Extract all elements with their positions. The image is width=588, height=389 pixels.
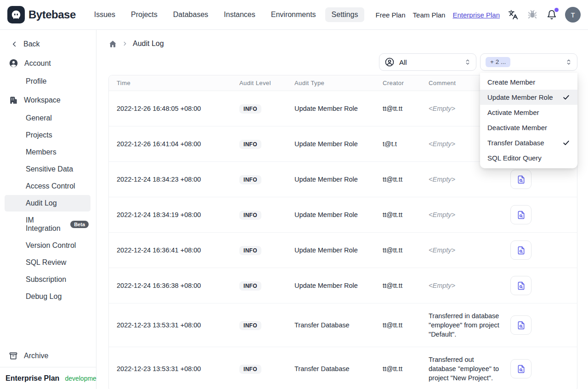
log-time: 2022-12-26 16:41:04 +08:00 xyxy=(109,126,236,162)
sidebar-item-label: IM Integration xyxy=(26,216,67,233)
bug-report-icon[interactable] xyxy=(526,9,538,21)
audit-type: Update Member Role xyxy=(291,197,379,233)
back-label: Back xyxy=(23,40,40,48)
menu-item[interactable]: Activate Member xyxy=(480,105,577,120)
creator-filter-select[interactable]: All xyxy=(379,53,476,71)
check-icon xyxy=(562,93,570,101)
log-time: 2022-12-24 16:36:38 +08:00 xyxy=(109,268,236,303)
notification-dot xyxy=(554,8,559,12)
log-time: 2022-12-26 16:48:05 +08:00 xyxy=(109,91,236,126)
log-time: 2022-12-23 13:53:31 +08:00 xyxy=(109,303,236,347)
breadcrumb: Audit Log xyxy=(108,38,577,49)
sidebar-item[interactable]: General xyxy=(5,110,90,126)
archive-label: Archive xyxy=(24,352,48,360)
column-header: Audit Type xyxy=(291,75,379,91)
sidebar-item[interactable]: Access Control xyxy=(5,178,90,194)
audit-level-badge: INFO xyxy=(239,175,261,184)
sidebar-item-label: General xyxy=(26,114,52,122)
account-section-label: Account xyxy=(24,59,51,68)
log-creator: tt@tt.tt xyxy=(379,197,425,233)
workspace-section-label: Workspace xyxy=(24,96,61,104)
brand-wordmark[interactable]: Bytebase xyxy=(28,8,76,21)
nav-link[interactable]: Settings xyxy=(325,7,365,22)
menu-item-label: SQL Editor Query xyxy=(487,154,542,162)
table-row: 2022-12-23 13:53:31 +08:00 INFO Transfer… xyxy=(109,303,577,347)
notifications-bell-icon[interactable] xyxy=(546,9,558,21)
column-header: Time xyxy=(109,75,236,91)
user-avatar[interactable]: T xyxy=(565,7,581,23)
menu-item[interactable]: Transfer Database xyxy=(480,135,577,150)
nav-link[interactable]: Databases xyxy=(167,7,215,22)
sidebar-item[interactable]: Members xyxy=(5,144,90,160)
user-filter-icon xyxy=(384,57,395,67)
view-log-detail-button[interactable] xyxy=(510,315,531,335)
log-creator: tt@tt.tt xyxy=(379,162,425,197)
sidebar-item[interactable]: Version Control xyxy=(5,237,90,254)
building-icon xyxy=(9,96,18,105)
back-button[interactable]: Back xyxy=(0,35,96,53)
language-icon[interactable] xyxy=(507,9,519,21)
file-search-icon xyxy=(516,320,526,330)
nav-link[interactable]: Issues xyxy=(88,7,122,22)
menu-item-label: Create Member xyxy=(487,78,535,86)
home-icon[interactable] xyxy=(108,40,117,48)
sidebar-item-label: SQL Review xyxy=(26,258,66,267)
sidebar-item[interactable]: Sensitive Data xyxy=(5,161,90,177)
audit-type: Update Member Role xyxy=(291,126,379,162)
top-navbar: Bytebase Issues Projects Databases Insta… xyxy=(0,0,588,30)
sidebar-item[interactable]: Debug Log xyxy=(5,288,90,305)
enterprise-plan-link[interactable]: Enterprise Plan xyxy=(452,11,500,19)
log-comment: <Empty> xyxy=(429,105,455,112)
log-comment: Transferred out database "employee" to p… xyxy=(429,356,499,382)
audit-level-badge: INFO xyxy=(239,365,261,374)
log-time: 2022-12-23 13:53:31 +08:00 xyxy=(109,347,236,389)
sidebar-item[interactable]: SQL Review xyxy=(5,254,90,271)
view-log-detail-button[interactable] xyxy=(510,240,531,260)
view-log-detail-button[interactable] xyxy=(510,170,531,189)
sidebar-section-account[interactable]: Account xyxy=(0,54,96,73)
sidebar-item[interactable]: Profile xyxy=(5,73,90,90)
select-arrows-icon xyxy=(565,58,572,66)
settings-sidebar: Back Account Profile Workspace xyxy=(0,30,96,389)
audit-type: Update Member Role xyxy=(291,162,379,197)
menu-item[interactable]: SQL Editor Query xyxy=(480,150,577,166)
log-creator: tt@tt.tt xyxy=(379,347,425,389)
sidebar-item[interactable]: Audit Log xyxy=(5,195,90,212)
menu-item[interactable]: Create Member xyxy=(480,74,577,90)
plan-footer: Enterprise Plan development xyxy=(0,367,96,389)
audit-level-badge: INFO xyxy=(239,104,261,114)
file-search-icon xyxy=(516,281,526,291)
log-creator: tt@tt.tt xyxy=(379,303,425,347)
bytebase-logo-icon[interactable] xyxy=(7,6,25,23)
audit-type-filter-select[interactable]: + 2 ... xyxy=(480,53,577,71)
nav-link[interactable]: Projects xyxy=(124,7,164,22)
audit-type-filter-value: + 2 ... xyxy=(486,57,510,67)
nav-link[interactable]: Environments xyxy=(265,7,322,22)
menu-item-label: Transfer Database xyxy=(487,139,544,147)
audit-type: Transfer Database xyxy=(291,347,379,389)
file-search-icon xyxy=(516,210,526,220)
filter-bar: All + 2 ... xyxy=(108,53,577,71)
sidebar-item[interactable]: IM Integration Beta xyxy=(5,212,90,237)
team-plan-link[interactable]: Team Plan xyxy=(413,11,446,19)
sidebar-item[interactable]: Subscription xyxy=(5,271,90,288)
log-comment: <Empty> xyxy=(429,211,455,218)
nav-link[interactable]: Instances xyxy=(217,7,261,22)
sidebar-item-label: Sensitive Data xyxy=(26,165,73,173)
menu-item[interactable]: Update Member Role xyxy=(480,90,577,105)
check-icon xyxy=(562,139,570,147)
sidebar-section-workspace[interactable]: Workspace xyxy=(0,91,96,109)
view-log-detail-button[interactable] xyxy=(510,205,531,224)
main-nav: Issues Projects Databases Instances Envi… xyxy=(88,7,365,22)
archive-button[interactable]: Archive xyxy=(0,346,96,367)
free-plan-link[interactable]: Free Plan xyxy=(376,11,406,19)
log-creator: tt@tt.tt xyxy=(379,91,425,126)
audit-level-badge: INFO xyxy=(239,140,261,149)
menu-item[interactable]: Deactivate Member xyxy=(480,120,577,135)
view-log-detail-button[interactable] xyxy=(510,276,531,295)
log-time: 2022-12-24 18:34:19 +08:00 xyxy=(109,197,236,233)
sidebar-item[interactable]: Projects xyxy=(5,127,90,143)
menu-item-label: Update Member Role xyxy=(487,93,553,101)
view-log-detail-button[interactable] xyxy=(510,359,531,378)
file-search-icon xyxy=(516,175,526,184)
